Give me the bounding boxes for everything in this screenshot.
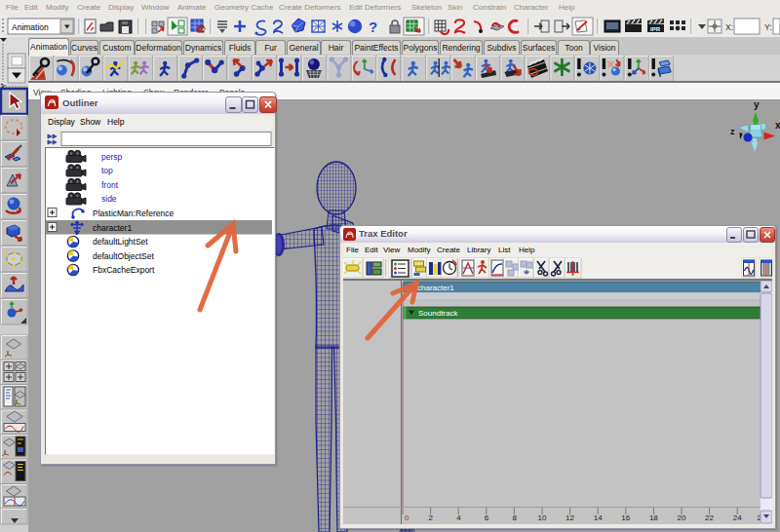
svg-text:persp: persp	[101, 152, 123, 162]
svg-text:18: 18	[649, 513, 658, 522]
svg-text:20: 20	[678, 513, 686, 522]
svg-text:character1: character1	[417, 284, 454, 292]
svg-text:PlasticMan:Reference: PlasticMan:Reference	[93, 209, 174, 218]
svg-text:IPR: IPR	[650, 26, 661, 32]
svg-text:?: ?	[369, 19, 377, 35]
svg-text:x: x	[775, 120, 780, 131]
svg-text:14: 14	[594, 513, 603, 522]
svg-text:2: 2	[429, 513, 434, 522]
svg-text:FbxCacheExport: FbxCacheExport	[93, 265, 155, 275]
svg-text:side: side	[101, 194, 117, 204]
svg-text:defaultLightSet: defaultLightSet	[93, 237, 148, 247]
svg-text:12: 12	[566, 513, 574, 522]
svg-text:24: 24	[733, 513, 742, 522]
svg-text:X:: X:	[725, 22, 733, 32]
svg-text:y: y	[754, 99, 760, 110]
svg-text:4: 4	[456, 513, 461, 522]
svg-text:Animation: Animation	[12, 22, 49, 32]
svg-text:8: 8	[512, 513, 517, 522]
svg-text:0: 0	[405, 513, 410, 522]
svg-text:front: front	[101, 180, 119, 190]
svg-text:6: 6	[485, 513, 489, 522]
svg-text:character1: character1	[93, 223, 132, 233]
svg-text:22: 22	[705, 513, 714, 522]
svg-text:Soundtrack: Soundtrack	[418, 309, 458, 318]
svg-text:top: top	[101, 166, 113, 175]
svg-text:16: 16	[621, 513, 630, 522]
svg-text:z: z	[730, 127, 735, 136]
svg-text:defaultObjectSet: defaultObjectSet	[93, 251, 154, 261]
svg-text:10: 10	[538, 513, 547, 522]
svg-text:Y:: Y:	[764, 22, 772, 32]
